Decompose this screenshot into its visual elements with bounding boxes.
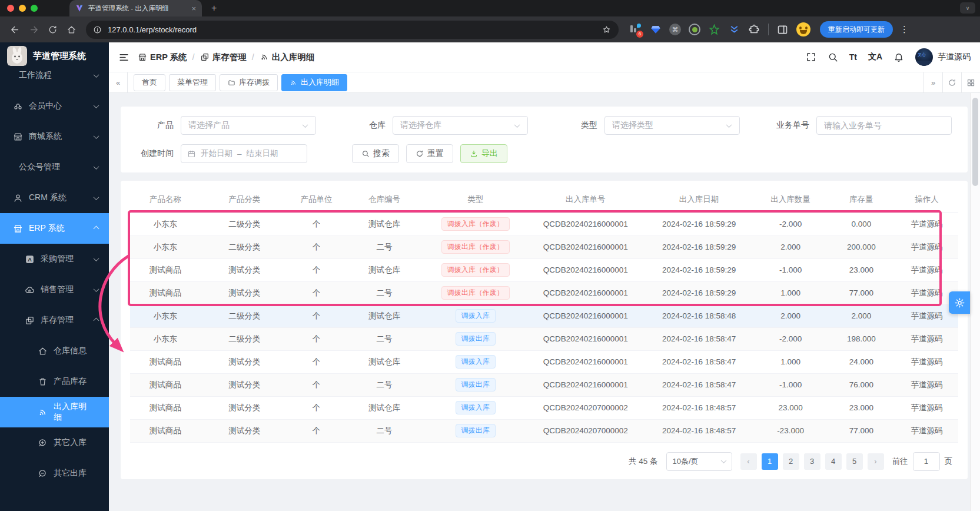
sidebar-item-其它入库[interactable]: 其它入库	[0, 427, 109, 458]
date-range-picker[interactable]: 开始日期 – 结束日期	[181, 144, 307, 163]
total-count: 共 45 条	[629, 456, 658, 467]
extension-stats-icon[interactable]: 6	[629, 24, 642, 36]
sidebar-item-销售管理[interactable]: 销售管理	[0, 274, 109, 305]
sidebar-item-其它出库[interactable]: 其它出库	[0, 458, 109, 489]
chevron-down-icon	[726, 122, 732, 128]
product-select[interactable]: 请选择产品	[181, 116, 316, 135]
tabs-layout-button[interactable]	[961, 72, 980, 92]
extensions-puzzle-icon[interactable]	[748, 24, 760, 36]
scrollbar-thumb[interactable]	[972, 98, 978, 186]
url-text[interactable]: 127.0.0.1/erp/stock/record	[108, 25, 596, 34]
warehouse-select[interactable]: 请选择仓库	[393, 116, 528, 135]
product-label: 产品	[131, 120, 174, 131]
page-tab-菜单管理[interactable]: 菜单管理	[169, 74, 216, 91]
forward-button[interactable]	[25, 21, 42, 38]
sidebar-item-ERP 系统[interactable]: ERP 系统	[0, 213, 109, 244]
site-favicon	[75, 4, 84, 12]
app-logo-row[interactable]: 芋道管理系统	[0, 42, 109, 69]
tab-search-chevron-icon[interactable]: ∨	[960, 2, 975, 14]
circle-in-icon	[38, 438, 48, 448]
tab-close-icon[interactable]: ×	[191, 5, 196, 12]
browser-scrollbar[interactable]	[970, 93, 980, 511]
extension-command-icon[interactable]: ⌘	[669, 24, 681, 35]
goto-label: 前往	[892, 456, 908, 467]
search-icon[interactable]	[828, 52, 838, 62]
page-tab-label: 菜单管理	[177, 77, 208, 88]
sidebar-item-仓库信息[interactable]: 仓库信息	[0, 336, 109, 366]
fullscreen-icon[interactable]	[806, 52, 816, 62]
sidebar-item-产品库存[interactable]: 产品库存	[0, 366, 109, 397]
user-avatar: 又心	[915, 48, 933, 66]
chevron-down-icon	[303, 122, 308, 128]
sidebar-item-商城系统[interactable]: 商城系统	[0, 121, 109, 152]
sidebar-item-库存管理[interactable]: 库存管理	[0, 305, 109, 336]
chevron-down-icon	[94, 102, 99, 108]
page-tab-库存调拨[interactable]: 库存调拨	[220, 74, 278, 91]
sidebar-item-公众号管理[interactable]: 公众号管理	[0, 152, 109, 182]
breadcrumb-item-erp[interactable]: ERP 系统	[138, 52, 187, 63]
tabs-scroll-right-button[interactable]: »	[923, 72, 942, 92]
tabs-refresh-button[interactable]	[942, 72, 961, 92]
circle-out-icon	[38, 469, 48, 479]
sidebar-item-采购管理[interactable]: A采购管理	[0, 244, 109, 274]
page-tab-首页[interactable]: 首页	[134, 74, 165, 91]
sidebar-item-CRM 系统[interactable]: CRM 系统	[0, 182, 109, 213]
user-menu[interactable]: 又心 芋道源码	[915, 48, 971, 66]
locale-icon[interactable]: 文A	[868, 52, 882, 62]
sidebar-item-会员中心[interactable]: 会员中心	[0, 91, 109, 121]
prev-page-button[interactable]: ‹	[740, 453, 757, 470]
page-button-5[interactable]: 5	[846, 453, 863, 470]
breadcrumb-item-record[interactable]: 出入库明细	[260, 52, 315, 63]
breadcrumb-item-stock[interactable]: 库存管理	[200, 52, 247, 63]
goto-page-input[interactable]	[913, 452, 940, 471]
extension-double-chevron-icon[interactable]	[728, 24, 740, 36]
type-label: 类型	[555, 120, 597, 131]
type-select[interactable]: 请选择类型	[604, 116, 740, 135]
site-info-icon[interactable]	[93, 25, 102, 34]
chevron-down-icon	[94, 286, 99, 292]
next-page-button[interactable]: ›	[868, 453, 884, 470]
notification-bell-icon[interactable]	[893, 52, 904, 62]
chevron-down-icon	[514, 122, 520, 128]
mall-icon	[13, 132, 23, 142]
refresh-icon	[948, 78, 956, 87]
extension-recorder-icon[interactable]	[689, 24, 700, 35]
profile-avatar[interactable]	[796, 22, 810, 36]
extension-gem-icon[interactable]	[649, 24, 662, 36]
page-button-2[interactable]: 2	[783, 453, 799, 470]
address-bar[interactable]: 127.0.0.1/erp/stock/record	[86, 21, 619, 39]
minimize-window-button[interactable]	[19, 5, 26, 12]
chevron-down-icon	[94, 133, 99, 139]
home-button[interactable]	[62, 21, 80, 38]
page-tab-出入库明细[interactable]: 出入库明细	[281, 74, 347, 91]
browser-menu-icon[interactable]: ⋮	[900, 24, 909, 35]
tabs-scroll-left-button[interactable]: «	[109, 72, 128, 92]
page-tab-bar: « 首页菜单管理库存调拨出入库明细 »	[109, 72, 980, 93]
menu-collapse-icon[interactable]	[118, 52, 129, 63]
new-tab-button[interactable]: +	[211, 3, 217, 14]
maximize-window-button[interactable]	[31, 5, 38, 12]
export-button[interactable]: 导出	[460, 144, 507, 163]
side-panel-icon[interactable]	[776, 24, 789, 36]
font-size-icon[interactable]: Tt	[849, 52, 857, 62]
page-button-4[interactable]: 4	[825, 453, 842, 470]
type-badge: 调拨入库	[456, 355, 496, 369]
close-window-button[interactable]	[7, 5, 14, 12]
bookmark-star-icon[interactable]	[602, 25, 612, 35]
page-button-1[interactable]: 1	[762, 453, 778, 470]
search-button[interactable]: 搜索	[352, 144, 399, 163]
reset-button[interactable]: 重置	[406, 144, 453, 163]
back-button[interactable]	[6, 21, 24, 38]
chrome-update-button[interactable]: 重新启动即可更新	[820, 21, 893, 38]
chevron-down-icon	[94, 256, 99, 261]
extension-star-icon[interactable]	[708, 24, 720, 36]
settings-gear-button[interactable]	[949, 291, 970, 314]
window-controls[interactable]	[7, 5, 38, 12]
sidebar-item-label: 仓库信息	[54, 346, 87, 356]
page-size-select[interactable]: 10条/页	[666, 452, 732, 471]
bizno-input[interactable]	[816, 116, 952, 135]
reload-button[interactable]	[44, 21, 61, 38]
sidebar-item-出入库明细[interactable]: 出入库明细	[0, 397, 109, 427]
browser-tab[interactable]: 芋道管理系统 - 出入库明细 ×	[69, 0, 202, 16]
page-button-3[interactable]: 3	[804, 453, 820, 470]
